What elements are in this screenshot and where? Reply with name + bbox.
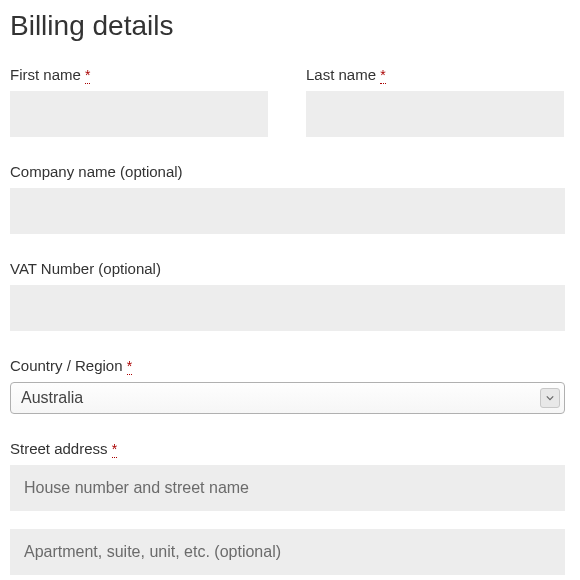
last-name-label-text: Last name: [306, 66, 376, 83]
required-mark: *: [85, 67, 90, 84]
vat-input[interactable]: [10, 285, 565, 331]
street-label-text: Street address: [10, 440, 108, 457]
chevron-down-icon: [540, 388, 560, 408]
company-input[interactable]: [10, 188, 565, 234]
first-name-input[interactable]: [10, 91, 268, 137]
vat-label: VAT Number (optional): [10, 260, 565, 277]
street-label: Street address *: [10, 440, 565, 457]
last-name-label: Last name *: [306, 66, 564, 83]
street-address-1-input[interactable]: [10, 465, 565, 511]
company-label: Company name (optional): [10, 163, 565, 180]
country-select[interactable]: Australia: [10, 382, 565, 414]
required-mark: *: [127, 358, 132, 375]
first-name-label: First name *: [10, 66, 268, 83]
first-name-label-text: First name: [10, 66, 81, 83]
last-name-input[interactable]: [306, 91, 564, 137]
required-mark: *: [112, 441, 117, 458]
street-address-2-input[interactable]: [10, 529, 565, 575]
billing-heading: Billing details: [10, 10, 570, 42]
country-label-text: Country / Region: [10, 357, 123, 374]
required-mark: *: [380, 67, 385, 84]
country-label: Country / Region *: [10, 357, 565, 374]
country-select-value: Australia: [21, 389, 83, 407]
